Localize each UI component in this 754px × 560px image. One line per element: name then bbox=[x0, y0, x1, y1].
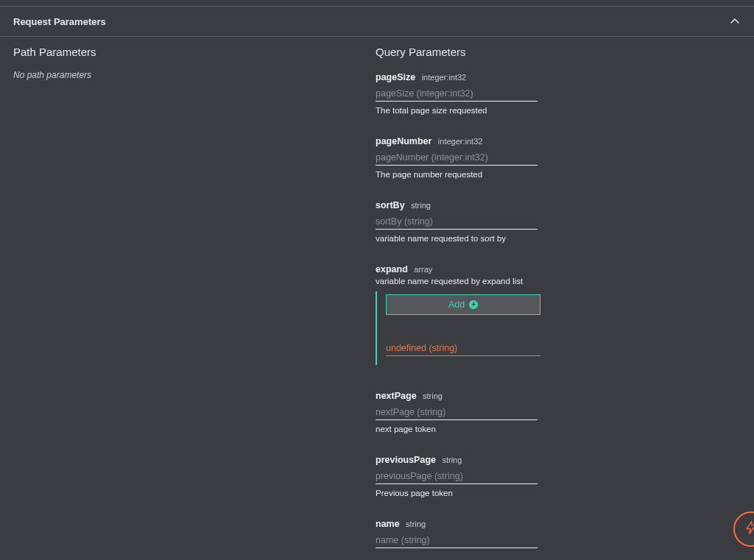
previousPage-input[interactable] bbox=[376, 468, 538, 484]
param-name: name bbox=[376, 519, 400, 529]
param-description: next page token bbox=[376, 425, 741, 433]
expand-array-block: Add + bbox=[376, 291, 741, 365]
param-description: Previous page token bbox=[376, 489, 741, 497]
param-expand: expand array variable name requested by … bbox=[376, 262, 741, 365]
expand-add-button[interactable]: Add + bbox=[386, 294, 540, 315]
lightning-icon bbox=[744, 520, 754, 538]
param-type: string bbox=[442, 456, 462, 464]
param-description: The total page size requested bbox=[376, 106, 741, 115]
param-previousPage: previousPage string Previous page token bbox=[376, 453, 741, 497]
path-parameters-column: Path Parameters No path parameters bbox=[13, 46, 376, 560]
pageSize-input[interactable] bbox=[376, 85, 538, 102]
param-name: previousPage bbox=[376, 455, 436, 465]
no-path-parameters-text: No path parameters bbox=[13, 70, 361, 80]
expand-item-input[interactable] bbox=[386, 340, 540, 356]
query-parameters-column: Query Parameters pageSize integer:int32 … bbox=[376, 46, 741, 560]
param-name: pageNumber bbox=[376, 136, 431, 146]
param-pageNumber: pageNumber integer:int32 The page number… bbox=[376, 134, 741, 179]
name-input[interactable] bbox=[376, 532, 538, 548]
query-parameters-title: Query Parameters bbox=[376, 46, 741, 58]
param-description: The page number requested bbox=[376, 170, 741, 179]
param-description: variable name requested by expand list bbox=[376, 277, 741, 286]
nextPage-input[interactable] bbox=[376, 404, 538, 420]
path-parameters-title: Path Parameters bbox=[13, 46, 361, 58]
sortBy-input[interactable] bbox=[376, 213, 538, 230]
pageNumber-input[interactable] bbox=[376, 149, 538, 166]
request-parameters-header[interactable]: Request Parameters bbox=[0, 6, 754, 37]
param-pageSize: pageSize integer:int32 The total page si… bbox=[376, 70, 741, 115]
param-nextPage: nextPage string next page token bbox=[376, 389, 741, 433]
param-type: array bbox=[414, 265, 432, 274]
add-label: Add bbox=[448, 300, 465, 310]
param-type: integer:int32 bbox=[438, 137, 483, 146]
param-name: sortBy bbox=[376, 200, 405, 210]
param-name-field: name string bbox=[376, 517, 741, 548]
param-type: string bbox=[411, 201, 431, 210]
param-name: nextPage bbox=[376, 391, 417, 401]
section-title: Request Parameters bbox=[13, 16, 106, 27]
param-sortBy: sortBy string variable name requested to… bbox=[376, 198, 741, 243]
chevron-up-icon[interactable] bbox=[729, 15, 741, 27]
plus-icon: + bbox=[469, 300, 478, 309]
param-name: expand bbox=[376, 264, 408, 274]
param-type: string bbox=[406, 520, 426, 528]
param-type: integer:int32 bbox=[422, 73, 467, 82]
param-description: variable name requested to sort by bbox=[376, 234, 741, 243]
param-name: pageSize bbox=[376, 72, 415, 82]
param-type: string bbox=[423, 391, 443, 400]
